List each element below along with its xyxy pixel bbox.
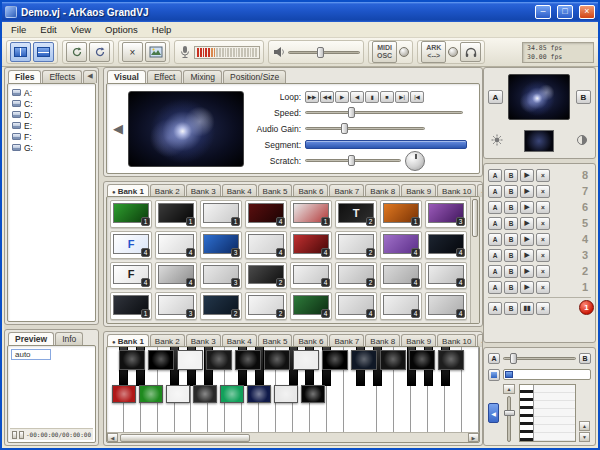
grid-cell[interactable]: 2 (245, 262, 287, 290)
slider-thumb[interactable] (510, 353, 517, 364)
channel-a-button[interactable]: A (488, 281, 502, 294)
tab-effect[interactable]: Effect (147, 70, 183, 83)
grid-cell[interactable]: 3 (200, 231, 242, 259)
channel-a-button[interactable]: A (488, 233, 502, 246)
loop-mode-button[interactable]: ◀◀ (320, 91, 334, 103)
octave-up-icon[interactable]: ▲ (579, 421, 590, 431)
channel-a-button[interactable]: A (488, 249, 502, 262)
notification-badge[interactable]: 1 (579, 300, 594, 315)
close-button[interactable]: × (579, 5, 595, 19)
master-b-button[interactable]: B (504, 302, 518, 315)
volume-slider[interactable] (288, 46, 360, 59)
keyboard-clip-thumbnail[interactable] (193, 385, 217, 403)
loop-mode-button[interactable]: ▮ (365, 91, 379, 103)
master-pause-button[interactable]: ▮▮ (520, 302, 534, 315)
keyboard-clip-thumbnail[interactable] (235, 350, 261, 370)
midi-osc-button[interactable]: MIDI OSC (372, 41, 397, 63)
mini-piano-grid[interactable] (534, 385, 575, 441)
loop-mode-button[interactable]: ▶| (395, 91, 409, 103)
crossfader-b-button[interactable]: B (579, 353, 591, 364)
grid-cell[interactable]: 4 (290, 231, 332, 259)
grid-cell[interactable]: 2 (200, 292, 242, 320)
grid-cell[interactable]: 2 (335, 231, 377, 259)
keyboard-clip-thumbnail[interactable] (148, 350, 174, 370)
loop-mode-button[interactable]: |◀ (410, 91, 424, 103)
audio-gain-slider[interactable] (305, 122, 425, 135)
tab-visual[interactable]: Visual (107, 70, 146, 83)
slider-thumb[interactable] (317, 47, 324, 58)
master-a-button[interactable]: A (488, 302, 502, 315)
sync-b-button[interactable] (89, 42, 110, 62)
scrollbar-thumb[interactable] (120, 434, 250, 442)
tab-preview[interactable]: Preview (8, 332, 54, 345)
channel-b-button[interactable]: B (504, 169, 518, 182)
grid-cell[interactable]: T2 (335, 200, 377, 228)
mini-piano-keys[interactable] (520, 385, 534, 441)
brightness-icon[interactable] (491, 134, 503, 146)
fader-thumb[interactable] (504, 410, 515, 416)
menu-file[interactable]: File (4, 23, 33, 36)
grid-cell[interactable]: 3 (200, 262, 242, 290)
grid-cell[interactable]: 4 (380, 231, 422, 259)
grid-cell[interactable]: 4 (245, 200, 287, 228)
maximize-button[interactable]: □ (557, 5, 573, 19)
grid-cell[interactable]: 4 (425, 292, 467, 320)
end-marker-icon[interactable] (19, 431, 24, 439)
channel-stop-button[interactable]: × (536, 281, 550, 294)
keyboard-clip-thumbnail[interactable] (112, 385, 136, 403)
keyboard-clip-thumbnail[interactable] (119, 350, 145, 370)
channel-a-button[interactable]: A (488, 217, 502, 230)
menu-edit[interactable]: Edit (33, 23, 63, 36)
channel-b-button[interactable]: B (504, 201, 518, 214)
keyboard-clip-thumbnail[interactable] (247, 385, 271, 403)
monitor-button[interactable] (460, 42, 481, 62)
grid-cell[interactable]: 4 (155, 231, 197, 259)
grid-cell[interactable]: 3 (425, 200, 467, 228)
keyboard-clip-thumbnail[interactable] (301, 385, 325, 403)
previous-visual-arrow[interactable]: ◀ (113, 121, 123, 136)
grid-cell[interactable]: 1 (110, 200, 152, 228)
scrollbar-thumb[interactable] (472, 199, 478, 237)
grid-cell[interactable]: 4 (425, 262, 467, 290)
tab-effects[interactable]: Effects (42, 70, 82, 83)
preview-b-button[interactable]: B (576, 90, 591, 104)
channel-b-button[interactable]: B (504, 281, 518, 294)
channel-b-button[interactable]: B (504, 217, 518, 230)
channel-play-button[interactable]: ▶ (520, 265, 534, 278)
grid-cell[interactable]: 1 (155, 200, 197, 228)
scratch-slider[interactable] (305, 154, 401, 167)
channel-play-button[interactable]: ▶ (520, 249, 534, 262)
channel-play-button[interactable]: ▶ (520, 201, 534, 214)
channel-stop-button[interactable]: × (536, 249, 550, 262)
slider-thumb[interactable] (348, 107, 355, 118)
channel-stop-button[interactable]: × (536, 217, 550, 230)
piano-keyboard[interactable] (107, 347, 479, 432)
ark-connect-button[interactable]: ARK <--> (421, 41, 446, 63)
keyboard-clip-thumbnail[interactable] (351, 350, 377, 370)
master-stop-button[interactable]: × (536, 302, 550, 315)
collapse-handle[interactable]: ◀ (488, 403, 499, 423)
keyboard-clip-thumbnail[interactable] (274, 385, 298, 403)
fader-track[interactable] (507, 396, 511, 442)
menu-options[interactable]: Options (98, 23, 145, 36)
grid-cell[interactable]: 4 (155, 262, 197, 290)
keyboard-clip-thumbnail[interactable] (206, 350, 232, 370)
grid-cell[interactable]: 3 (155, 292, 197, 320)
channel-play-button[interactable]: ▶ (520, 185, 534, 198)
channel-b-button[interactable]: B (504, 249, 518, 262)
grid-cell[interactable]: 1 (380, 200, 422, 228)
grid-cell[interactable]: 4 (380, 292, 422, 320)
segment-bar[interactable] (305, 140, 467, 149)
crossfader-a-button[interactable]: A (488, 353, 500, 364)
grid-cell[interactable]: 1 (110, 292, 152, 320)
loop-mode-button[interactable]: ■ (380, 91, 394, 103)
grid-cell[interactable]: 1 (200, 200, 242, 228)
grid-cell[interactable]: 4 (290, 262, 332, 290)
contrast-icon[interactable] (576, 134, 588, 146)
drive-item[interactable]: A: (8, 87, 95, 98)
preview-a-button[interactable]: A (488, 90, 503, 104)
channel-b-button[interactable]: B (504, 185, 518, 198)
channel-stop-button[interactable]: × (536, 265, 550, 278)
keyboard-clip-thumbnail[interactable] (220, 385, 244, 403)
tab-info[interactable]: Info (55, 332, 83, 345)
